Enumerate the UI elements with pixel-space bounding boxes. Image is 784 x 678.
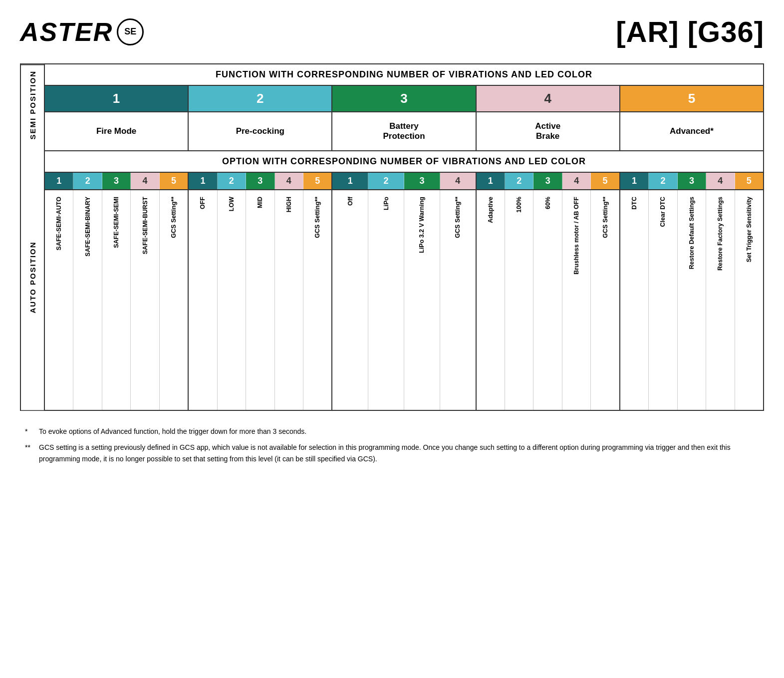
option-2-1: OFF bbox=[189, 190, 217, 410]
auto-g5-c5: 5 bbox=[735, 173, 763, 189]
auto-g1-c4: 4 bbox=[131, 173, 159, 189]
content-area: FUNCTION WITH CORRESPONDING NUMBER OF VI… bbox=[45, 64, 763, 410]
auto-section-header: OPTION WITH CORRESPONDING NUMBER OF VIBR… bbox=[45, 151, 763, 173]
auto-group-5-colors: 1 2 3 4 5 bbox=[620, 173, 763, 189]
semi-color-2: 2 bbox=[189, 86, 332, 111]
auto-g1-c3: 3 bbox=[102, 173, 131, 189]
logo-text: ASTER bbox=[20, 17, 113, 47]
option-5-4: Restore Factory Settings bbox=[706, 190, 735, 410]
semi-color-3: 3 bbox=[332, 86, 476, 111]
option-2-4-text: HIGH bbox=[285, 194, 292, 212]
auto-g4-c5: 5 bbox=[591, 173, 619, 189]
option-1-5: GCS Setting** bbox=[160, 190, 188, 410]
semi-name-3: BatteryProtection bbox=[332, 112, 476, 150]
main-table: SEMI POSITION AUTO POSITION FUNCTION WIT… bbox=[20, 63, 764, 411]
option-2-3-text: MID bbox=[257, 194, 263, 208]
auto-group-4-colors: 1 2 3 4 5 bbox=[477, 173, 620, 189]
auto-g4-c3: 3 bbox=[533, 173, 562, 189]
auto-g2-c5: 5 bbox=[303, 173, 331, 189]
auto-g4-c2: 2 bbox=[505, 173, 533, 189]
auto-options-group-5: DTC Clear DTC Restore Default Settings R… bbox=[620, 190, 763, 410]
auto-options-group-2: OFF LOW MID HIGH GCS Setting** bbox=[189, 190, 332, 410]
semi-name-2: Pre-cocking bbox=[189, 112, 332, 150]
option-5-1-text: DTC bbox=[631, 194, 638, 210]
option-3-1: Off bbox=[332, 190, 368, 410]
option-4-3-text: 60% bbox=[544, 194, 551, 209]
option-4-4: Brushless motor / AB OFF bbox=[562, 190, 591, 410]
auto-group-1-colors: 1 2 3 4 5 bbox=[45, 173, 189, 189]
auto-options-row: SAFE-SEMI-AUTO SAFE-SEMI-BINARY SAFE-SEM… bbox=[45, 190, 763, 410]
option-4-5: GCS Setting** bbox=[591, 190, 619, 410]
auto-position-label: AUTO POSITION bbox=[21, 145, 44, 410]
option-2-5: GCS Setting** bbox=[303, 190, 331, 410]
logo-badge: SE bbox=[117, 18, 144, 45]
option-3-1-text: Off bbox=[347, 194, 354, 206]
auto-g4-c4: 4 bbox=[562, 173, 591, 189]
semi-colors-row: 1 2 3 4 5 bbox=[45, 86, 763, 112]
left-labels: SEMI POSITION AUTO POSITION bbox=[21, 64, 45, 410]
option-3-3: LiPo 3.2 V Warning bbox=[404, 190, 440, 410]
auto-g1-c1: 1 bbox=[45, 173, 73, 189]
option-2-5-text: GCS Setting** bbox=[314, 194, 321, 238]
option-5-5: Set Trigger Sensitivity bbox=[735, 190, 763, 410]
footnotes: * To evoke options of Advanced function,… bbox=[20, 426, 764, 464]
semi-color-4: 4 bbox=[477, 86, 620, 111]
auto-g3-c1: 1 bbox=[332, 173, 368, 189]
footnote-1-mark: * bbox=[25, 426, 35, 437]
option-1-2-text: SAFE-SEMI-BINARY bbox=[84, 194, 91, 257]
footnote-2-text: GCS setting is a setting previously defi… bbox=[39, 442, 759, 464]
footnote-2: ** GCS setting is a setting previously d… bbox=[25, 442, 759, 464]
page-wrapper: ASTER SE [AR] [G36] SEMI POSITION AUTO P… bbox=[20, 15, 764, 464]
auto-options-group-1: SAFE-SEMI-AUTO SAFE-SEMI-BINARY SAFE-SEM… bbox=[45, 190, 189, 410]
auto-g2-c2: 2 bbox=[218, 173, 246, 189]
auto-g5-c1: 1 bbox=[620, 173, 649, 189]
option-4-4-text: Brushless motor / AB OFF bbox=[573, 194, 580, 275]
auto-g3-c3: 3 bbox=[404, 173, 440, 189]
auto-g1-c2: 2 bbox=[73, 173, 102, 189]
option-5-3-text: Restore Default Settings bbox=[688, 194, 695, 269]
logo: ASTER SE bbox=[20, 17, 144, 47]
auto-g3-c2: 2 bbox=[368, 173, 404, 189]
option-5-2: Clear DTC bbox=[649, 190, 677, 410]
semi-name-5: Advanced* bbox=[620, 112, 763, 150]
auto-g5-c3: 3 bbox=[678, 173, 706, 189]
auto-g5-c4: 4 bbox=[706, 173, 735, 189]
auto-options-group-4: Adaptive 100% 60% Brushless motor / AB O… bbox=[477, 190, 620, 410]
option-1-2: SAFE-SEMI-BINARY bbox=[73, 190, 102, 410]
auto-g1-c5: 5 bbox=[160, 173, 188, 189]
semi-section: FUNCTION WITH CORRESPONDING NUMBER OF VI… bbox=[45, 64, 763, 151]
semi-color-1: 1 bbox=[45, 86, 189, 111]
option-1-1-text: SAFE-SEMI-AUTO bbox=[55, 194, 62, 250]
option-4-2-text: 100% bbox=[516, 194, 523, 213]
option-5-2-text: Clear DTC bbox=[659, 194, 666, 227]
option-3-3-text: LiPo 3.2 V Warning bbox=[418, 194, 425, 253]
auto-sub-colors-row: 1 2 3 4 5 1 2 3 4 5 bbox=[45, 173, 763, 190]
option-5-5-text: Set Trigger Sensitivity bbox=[746, 194, 753, 262]
header: ASTER SE [AR] [G36] bbox=[20, 15, 764, 48]
semi-section-header: FUNCTION WITH CORRESPONDING NUMBER OF VI… bbox=[45, 64, 763, 86]
option-5-1: DTC bbox=[620, 190, 649, 410]
option-4-3: 60% bbox=[533, 190, 562, 410]
option-5-4-text: Restore Factory Settings bbox=[717, 194, 724, 271]
auto-g2-c3: 3 bbox=[246, 173, 274, 189]
option-5-3: Restore Default Settings bbox=[678, 190, 706, 410]
option-1-4: SAFE-SEMI-BURST bbox=[131, 190, 159, 410]
auto-group-2-colors: 1 2 3 4 5 bbox=[189, 173, 332, 189]
auto-options-group-3: Off LiPo LiPo 3.2 V Warning GCS Setting*… bbox=[332, 190, 476, 410]
option-1-3: SAFE-SEMI-SEMI bbox=[102, 190, 131, 410]
option-2-2: LOW bbox=[218, 190, 246, 410]
option-4-2: 100% bbox=[505, 190, 533, 410]
option-1-5-text: GCS Setting** bbox=[170, 194, 177, 238]
option-2-2-text: LOW bbox=[228, 194, 235, 211]
option-4-5-text: GCS Setting** bbox=[602, 194, 609, 238]
footnote-1-text: To evoke options of Advanced function, h… bbox=[39, 426, 306, 437]
option-3-4: GCS Setting** bbox=[440, 190, 476, 410]
auto-section: OPTION WITH CORRESPONDING NUMBER OF VIBR… bbox=[45, 151, 763, 410]
auto-g2-c4: 4 bbox=[275, 173, 303, 189]
semi-position-label: SEMI POSITION bbox=[21, 64, 44, 145]
semi-name-4: ActiveBrake bbox=[477, 112, 620, 150]
auto-g5-c2: 2 bbox=[649, 173, 677, 189]
auto-g2-c1: 1 bbox=[189, 173, 217, 189]
semi-names-row: Fire Mode Pre-cocking BatteryProtection … bbox=[45, 112, 763, 150]
option-2-1-text: OFF bbox=[199, 194, 206, 209]
